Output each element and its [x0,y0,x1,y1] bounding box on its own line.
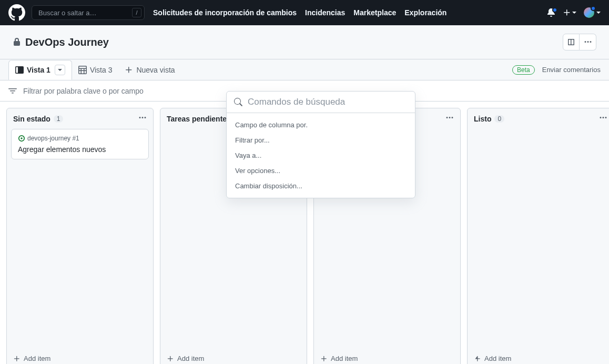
search-input[interactable] [32,5,145,20]
view-tab-label: Vista 3 [90,66,113,74]
column-count-badge: 0 [494,115,504,123]
add-item-button[interactable]: Add item [160,350,307,364]
command-list: Campo de columna por. Filtrar por... Vay… [227,113,415,198]
add-item-label: Add item [24,355,50,362]
lock-icon [13,38,21,46]
command-item[interactable]: Campo de columna por. [227,117,415,133]
card-meta: devops-journey #1 [18,135,142,142]
column-body [468,129,609,350]
command-item[interactable]: Ver opciones... [227,163,415,178]
kebab-icon [138,114,147,122]
chevron-down-icon [572,12,576,14]
column-more-button[interactable] [445,114,454,124]
views-bar-right: Beta Enviar comentarios [512,65,601,75]
column-body: devops-journey #1 Agregar elementos nuev… [7,129,153,350]
views-bar: Vista 1 Vista 3 Nueva vista Beta Enviar … [0,59,609,80]
board-layout-icon [15,66,24,74]
sidebar-expand-icon [567,38,575,46]
search-slash-hint: / [132,8,141,17]
column-more-button[interactable] [138,114,147,124]
view-options-dropdown[interactable] [55,65,65,75]
column-more-button[interactable] [599,114,607,124]
status-indicator [591,6,596,11]
panel-toggle-button[interactable] [563,34,580,50]
issue-open-icon [18,135,25,142]
nav-explore[interactable]: Exploración [404,8,446,17]
project-more-button[interactable] [580,34,596,50]
board-column: Sin estado 1 devops-journey #1 Agregar e… [6,108,154,364]
column-count-badge: 1 [54,115,64,123]
add-item-button[interactable]: Add item [468,350,609,364]
primary-nav: Solicitudes de incorporación de cambios … [153,8,446,17]
board-column: Listo 0 Add item [467,108,609,364]
kebab-icon [599,114,607,122]
plus-icon [474,355,481,362]
chevron-down-icon [596,12,601,14]
create-new-menu[interactable] [563,8,576,17]
command-search-input[interactable] [248,97,408,107]
table-layout-icon [78,66,87,74]
plus-icon [13,355,21,362]
nav-marketplace[interactable]: Marketplace [353,8,396,17]
column-title: Sin estado [13,115,50,123]
add-item-button[interactable]: Add item [314,350,460,364]
svg-point-1 [21,137,23,139]
nav-issues[interactable]: Incidencias [305,8,345,17]
project-title: DevOps Journey [25,36,109,48]
column-title: Tareas pendientes [167,115,231,123]
card[interactable]: devops-journey #1 Agregar elementos nuev… [11,129,149,159]
view-tab-label: Vista 1 [27,66,50,74]
notifications-button[interactable] [547,8,555,17]
add-item-button[interactable]: Add item [7,350,153,364]
card-ref: devops-journey #1 [27,135,79,142]
command-item[interactable]: Filtrar por... [227,133,415,148]
github-logo-icon[interactable] [8,4,25,21]
project-header-actions [563,34,596,50]
new-view-button[interactable]: Nueva vista [118,62,181,78]
notification-indicator [552,7,557,13]
command-item[interactable]: Cambiar disposición... [227,178,415,194]
column-header: Sin estado 1 [7,108,153,129]
plus-icon [563,8,571,17]
chevron-down-icon [58,69,62,71]
project-header: DevOps Journey [0,25,609,59]
add-item-label: Add item [484,355,511,362]
plus-icon [320,355,328,362]
view-tab-2[interactable]: Vista 3 [72,62,119,78]
beta-badge: Beta [512,65,535,75]
avatar [584,7,594,18]
column-header: Listo 0 [468,108,609,129]
kebab-icon [445,114,454,122]
column-title: Listo [474,115,491,123]
add-item-label: Add item [177,355,204,362]
kebab-icon [584,38,592,46]
command-search-row [227,92,415,113]
header-actions [547,7,601,18]
command-item[interactable]: Vaya a... [227,148,415,163]
new-view-label: Nueva vista [136,66,175,74]
feedback-link[interactable]: Enviar comentarios [542,66,601,74]
command-palette: Campo de columna por. Filtrar por... Vay… [226,91,415,198]
search-icon [234,98,242,106]
user-menu[interactable] [584,7,601,18]
plus-icon [167,355,174,362]
view-tab-1[interactable]: Vista 1 [8,60,72,80]
add-item-label: Add item [331,355,358,362]
filter-icon [8,87,17,95]
card-title: Agregar elementos nuevos [18,145,142,154]
global-search: / [32,5,145,20]
global-header: / Solicitudes de incorporación de cambio… [0,0,609,25]
plus-icon [125,66,133,74]
nav-pull-requests[interactable]: Solicitudes de incorporación de cambios [153,8,297,17]
